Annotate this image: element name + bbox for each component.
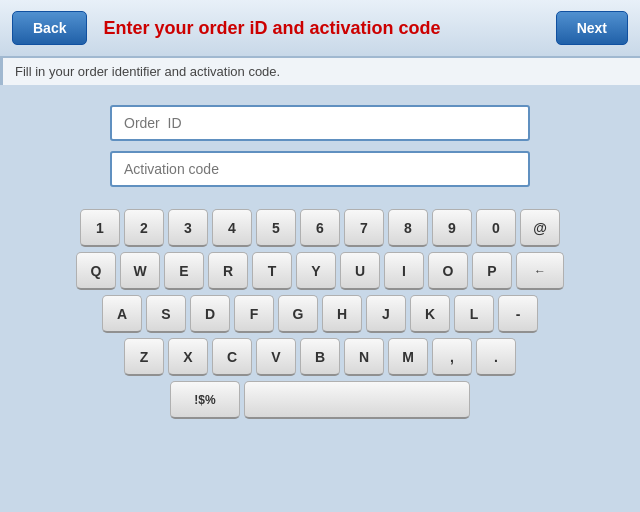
key-c[interactable]: C xyxy=(212,338,252,376)
key-9[interactable]: 9 xyxy=(432,209,472,247)
key-3[interactable]: 3 xyxy=(168,209,208,247)
keyboard-row-1: 1 2 3 4 5 6 7 8 9 0 @ xyxy=(80,209,560,247)
key-special-chars[interactable]: !$% xyxy=(170,381,240,419)
key-k[interactable]: K xyxy=(410,295,450,333)
key-comma[interactable]: , xyxy=(432,338,472,376)
key-backspace[interactable]: ← xyxy=(516,252,564,290)
key-t[interactable]: T xyxy=(252,252,292,290)
key-8[interactable]: 8 xyxy=(388,209,428,247)
back-button[interactable]: Back xyxy=(12,11,87,45)
key-x[interactable]: X xyxy=(168,338,208,376)
header: Back Enter your order iD and activation … xyxy=(0,0,640,58)
key-0[interactable]: 0 xyxy=(476,209,516,247)
keyboard-row-4: Z X C V B N M , . xyxy=(124,338,516,376)
key-5[interactable]: 5 xyxy=(256,209,296,247)
activation-code-input[interactable] xyxy=(110,151,530,187)
key-d[interactable]: D xyxy=(190,295,230,333)
page-title: Enter your order iD and activation code xyxy=(103,18,440,39)
keyboard-row-2: Q W E R T Y U I O P ← xyxy=(76,252,564,290)
key-v[interactable]: V xyxy=(256,338,296,376)
next-button[interactable]: Next xyxy=(556,11,628,45)
key-w[interactable]: W xyxy=(120,252,160,290)
key-q[interactable]: Q xyxy=(76,252,116,290)
key-p[interactable]: P xyxy=(472,252,512,290)
key-n[interactable]: N xyxy=(344,338,384,376)
key-6[interactable]: 6 xyxy=(300,209,340,247)
key-r[interactable]: R xyxy=(208,252,248,290)
key-l[interactable]: L xyxy=(454,295,494,333)
key-m[interactable]: M xyxy=(388,338,428,376)
key-a[interactable]: A xyxy=(102,295,142,333)
order-id-input[interactable] xyxy=(110,105,530,141)
main-content: 1 2 3 4 5 6 7 8 9 0 @ Q W E R T Y U I O … xyxy=(0,85,640,429)
key-g[interactable]: G xyxy=(278,295,318,333)
key-f[interactable]: F xyxy=(234,295,274,333)
key-s[interactable]: S xyxy=(146,295,186,333)
key-4[interactable]: 4 xyxy=(212,209,252,247)
key-at[interactable]: @ xyxy=(520,209,560,247)
key-7[interactable]: 7 xyxy=(344,209,384,247)
keyboard-row-3: A S D F G H J K L - xyxy=(102,295,538,333)
key-z[interactable]: Z xyxy=(124,338,164,376)
key-o[interactable]: O xyxy=(428,252,468,290)
key-period[interactable]: . xyxy=(476,338,516,376)
key-1[interactable]: 1 xyxy=(80,209,120,247)
key-e[interactable]: E xyxy=(164,252,204,290)
key-i[interactable]: I xyxy=(384,252,424,290)
subtitle-text: Fill in your order identifier and activa… xyxy=(0,58,640,85)
key-2[interactable]: 2 xyxy=(124,209,164,247)
key-y[interactable]: Y xyxy=(296,252,336,290)
key-h[interactable]: H xyxy=(322,295,362,333)
key-j[interactable]: J xyxy=(366,295,406,333)
keyboard-row-5: !$% xyxy=(170,381,470,419)
key-b[interactable]: B xyxy=(300,338,340,376)
virtual-keyboard: 1 2 3 4 5 6 7 8 9 0 @ Q W E R T Y U I O … xyxy=(76,209,564,419)
key-dash[interactable]: - xyxy=(498,295,538,333)
key-space[interactable] xyxy=(244,381,470,419)
key-u[interactable]: U xyxy=(340,252,380,290)
